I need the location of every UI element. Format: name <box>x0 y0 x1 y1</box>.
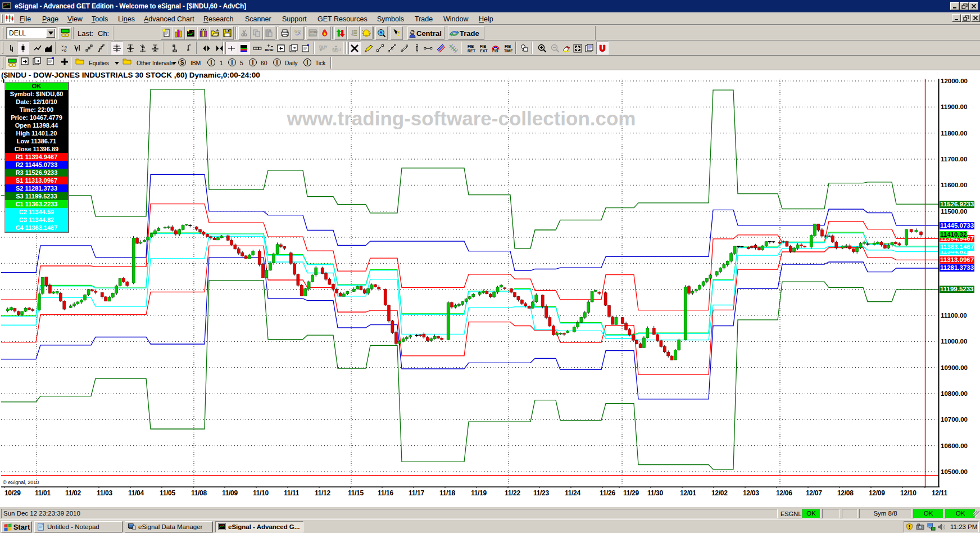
svg-text:© eSignal, 2010: © eSignal, 2010 <box>3 480 39 485</box>
svg-text:RET: RET <box>468 49 476 53</box>
svg-text:S: S <box>380 30 383 35</box>
svg-text:www.trading-software-collectio: www.trading-software-collection.com <box>287 107 636 129</box>
svg-text:XTRA: XTRA <box>310 30 318 34</box>
svg-text:×o: ×o <box>61 48 67 53</box>
svg-text:EXT: EXT <box>480 49 488 53</box>
svg-text:FIB: FIB <box>492 49 498 53</box>
svg-text:?: ? <box>397 30 401 38</box>
svg-text:BUY: BUY <box>319 45 328 49</box>
svg-text:FIB: FIB <box>480 44 486 48</box>
svg-text:FIB: FIB <box>468 44 474 48</box>
svg-text:SELL: SELL <box>332 48 341 52</box>
svg-text:TIME: TIME <box>504 49 513 53</box>
svg-text:FIB: FIB <box>505 44 511 48</box>
svg-text:RESET: RESET <box>265 48 274 52</box>
